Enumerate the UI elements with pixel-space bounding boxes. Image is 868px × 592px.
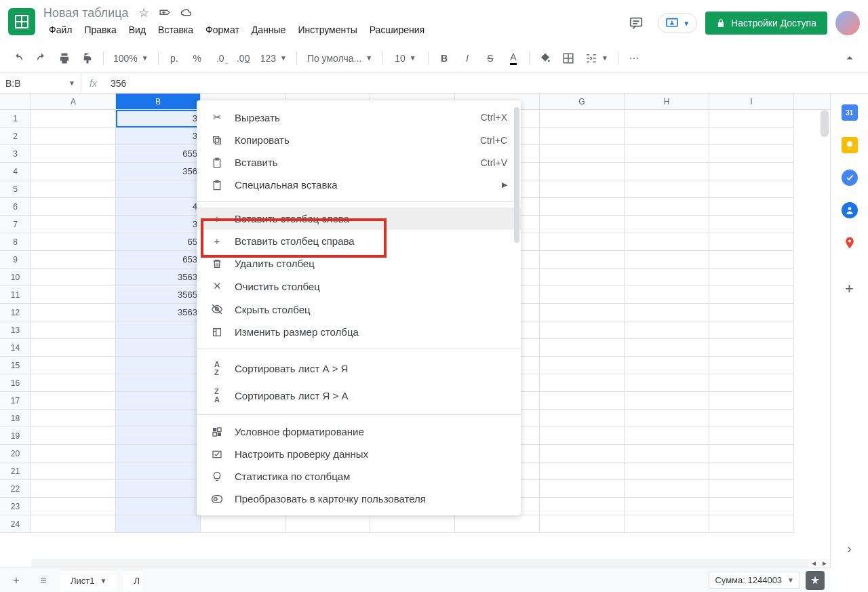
redo-button[interactable]	[31, 48, 52, 68]
cell[interactable]	[540, 145, 625, 163]
cell[interactable]: 4	[116, 198, 201, 216]
currency-button[interactable]: р.	[164, 48, 184, 68]
cell[interactable]: 653	[116, 251, 201, 269]
cell[interactable]	[625, 110, 709, 127]
cell[interactable]: 3565	[116, 286, 201, 304]
cell[interactable]	[540, 163, 625, 180]
cell[interactable]	[31, 445, 116, 462]
col-header-H[interactable]: H	[625, 94, 709, 109]
fill-color-button[interactable]	[535, 48, 555, 68]
cell[interactable]	[709, 127, 794, 145]
cell[interactable]	[709, 480, 794, 498]
ctx-clear-col[interactable]: ✕ Очистить столбец	[197, 275, 521, 298]
cell[interactable]	[625, 269, 709, 286]
cell[interactable]	[625, 304, 709, 321]
cell[interactable]	[625, 480, 709, 498]
row-header[interactable]: 8	[0, 233, 31, 251]
ctx-cut[interactable]: ✂ Вырезать Ctrl+X	[197, 106, 521, 129]
cell[interactable]	[625, 216, 709, 233]
cell[interactable]	[625, 127, 709, 145]
cell[interactable]	[540, 480, 625, 498]
cell[interactable]	[625, 198, 709, 216]
cell[interactable]	[709, 427, 794, 445]
cell[interactable]	[709, 462, 794, 480]
row-header[interactable]: 23	[0, 498, 31, 515]
cell[interactable]	[31, 321, 116, 339]
cell[interactable]	[31, 286, 116, 304]
cell[interactable]	[540, 357, 625, 374]
row-header[interactable]: 19	[0, 427, 31, 445]
cell[interactable]	[540, 233, 625, 251]
percent-button[interactable]: %	[187, 48, 208, 68]
cell[interactable]	[116, 392, 201, 410]
cell[interactable]	[709, 392, 794, 410]
all-sheets-button[interactable]: ≡	[33, 570, 54, 591]
cell[interactable]	[31, 462, 116, 480]
explore-button[interactable]	[806, 571, 825, 590]
cell[interactable]	[116, 462, 201, 480]
zoom-dropdown[interactable]: 100%▼	[109, 48, 153, 68]
cell[interactable]	[540, 445, 625, 462]
ctx-hide-col[interactable]: Скрыть столбец	[197, 298, 521, 321]
cell[interactable]	[116, 374, 201, 392]
row-header[interactable]: 16	[0, 374, 31, 392]
cell[interactable]	[31, 145, 116, 163]
maps-icon[interactable]	[842, 235, 858, 251]
cell[interactable]	[540, 410, 625, 427]
bold-button[interactable]: B	[434, 48, 454, 68]
number-format-dropdown[interactable]: 123▼	[256, 48, 291, 68]
paint-format-button[interactable]	[77, 48, 98, 68]
cell[interactable]	[540, 498, 625, 515]
cloud-icon[interactable]	[180, 7, 193, 19]
cell[interactable]	[31, 180, 116, 198]
decrease-decimal-button[interactable]: .0←	[210, 48, 231, 68]
row-header[interactable]: 17	[0, 392, 31, 410]
strikethrough-button[interactable]: S	[480, 48, 500, 68]
cell[interactable]	[540, 127, 625, 145]
sheet-tab-1[interactable]: Лист1▼	[60, 570, 117, 591]
cell[interactable]	[116, 357, 201, 374]
cell[interactable]	[625, 410, 709, 427]
cell[interactable]	[116, 498, 201, 515]
tasks-icon[interactable]	[842, 170, 858, 186]
cell[interactable]	[709, 515, 794, 533]
cell[interactable]	[709, 321, 794, 339]
cell[interactable]	[31, 515, 116, 533]
more-toolbar-button[interactable]: ⋯	[624, 48, 644, 68]
cell[interactable]	[31, 233, 116, 251]
cell[interactable]	[540, 392, 625, 410]
borders-button[interactable]	[558, 48, 578, 68]
cell[interactable]	[31, 498, 116, 515]
add-sheet-button[interactable]: +	[5, 570, 27, 591]
cell[interactable]	[540, 321, 625, 339]
cell[interactable]	[31, 110, 116, 127]
row-header[interactable]: 5	[0, 180, 31, 198]
col-header-G[interactable]: G	[540, 94, 625, 109]
cell[interactable]	[201, 515, 285, 533]
cell[interactable]	[540, 269, 625, 286]
ctx-cond-format[interactable]: Условное форматирование	[197, 420, 521, 443]
ctx-paste[interactable]: Вставить Ctrl+V	[197, 151, 521, 174]
cell[interactable]	[31, 127, 116, 145]
collapse-side-panel-icon[interactable]: ›	[842, 540, 858, 557]
row-header[interactable]: 11	[0, 286, 31, 304]
document-title[interactable]: Новая таблица	[43, 6, 129, 20]
cell[interactable]	[709, 216, 794, 233]
row-header[interactable]: 18	[0, 410, 31, 427]
horizontal-scrollbar[interactable]: ◄ ►	[31, 558, 830, 568]
cell[interactable]: 3	[116, 127, 201, 145]
cell[interactable]	[709, 233, 794, 251]
cell[interactable]	[31, 410, 116, 427]
ctx-sort-az[interactable]: AZ Сортировать лист А > Я	[197, 355, 521, 382]
cell[interactable]	[31, 392, 116, 410]
add-addon-icon[interactable]: +	[842, 281, 858, 297]
cell[interactable]	[116, 515, 201, 533]
cell[interactable]	[709, 374, 794, 392]
cell[interactable]: 3563	[116, 304, 201, 321]
cell[interactable]	[709, 251, 794, 269]
menu-tools[interactable]: Инструменты	[292, 22, 362, 38]
cell[interactable]	[625, 374, 709, 392]
comments-icon[interactable]	[623, 9, 650, 37]
cell[interactable]	[540, 251, 625, 269]
row-header[interactable]: 22	[0, 480, 31, 498]
